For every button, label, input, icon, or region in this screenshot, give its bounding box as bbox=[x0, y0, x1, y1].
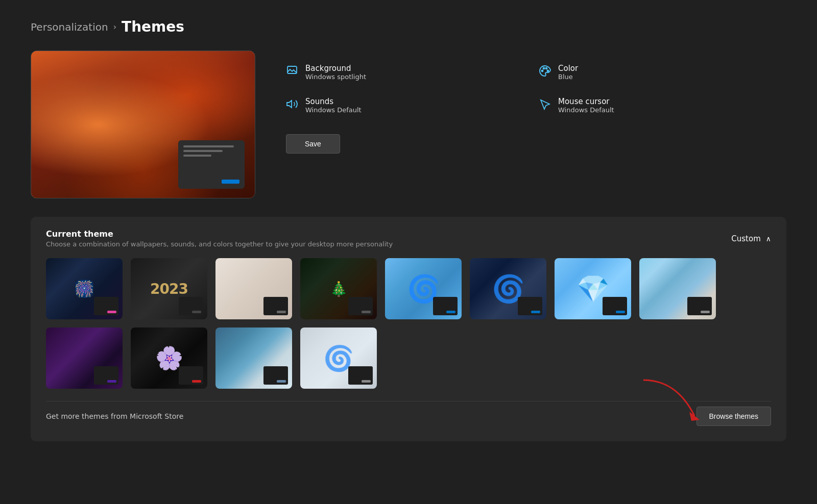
info-mouse: Mouse cursor Windows Default bbox=[534, 89, 786, 122]
theme-overlay bbox=[94, 366, 118, 385]
breadcrumb: Personalization › Themes bbox=[31, 18, 786, 35]
theme-card-win11-light[interactable]: 💎 bbox=[555, 258, 631, 319]
color-label: Color bbox=[558, 64, 578, 73]
theme-card-fireworks[interactable]: 🎆 bbox=[46, 258, 123, 319]
preview-window-button bbox=[222, 180, 239, 184]
svg-point-1 bbox=[542, 70, 543, 72]
theme-overlay bbox=[263, 297, 288, 315]
current-theme-panel: Current theme Choose a combination of wa… bbox=[31, 217, 786, 441]
sounds-value: Windows Default bbox=[305, 106, 362, 114]
theme-overlay-button bbox=[277, 311, 286, 313]
theme-card-minimal[interactable] bbox=[215, 258, 292, 319]
save-button[interactable]: Save bbox=[286, 134, 340, 154]
top-section: Background Windows spotlight bbox=[31, 51, 786, 198]
preview-line-1 bbox=[183, 145, 234, 147]
preview-line-2 bbox=[183, 150, 223, 152]
theme-overlay-button bbox=[446, 311, 455, 313]
info-panel: Background Windows spotlight bbox=[281, 51, 786, 154]
mouse-label: Mouse cursor bbox=[558, 97, 614, 106]
sounds-label: Sounds bbox=[305, 97, 362, 106]
theme-overlay-button bbox=[277, 380, 286, 383]
theme-overlay-button bbox=[107, 380, 116, 383]
theme-card-win11-dark[interactable]: 🌀 bbox=[470, 258, 546, 319]
browse-themes-button[interactable]: Browse themes bbox=[696, 407, 771, 426]
current-theme-label: Custom bbox=[731, 234, 760, 243]
theme-card-win11-white[interactable]: 🌀 bbox=[300, 327, 377, 389]
background-text: Background Windows spotlight bbox=[305, 64, 366, 81]
theme-overlay bbox=[179, 297, 203, 315]
info-sounds: Sounds Windows Default bbox=[281, 89, 534, 122]
breadcrumb-parent[interactable]: Personalization bbox=[31, 21, 108, 33]
sounds-icon bbox=[286, 98, 298, 113]
info-background: Background Windows spotlight bbox=[281, 56, 534, 89]
svg-point-4 bbox=[547, 70, 549, 72]
theme-card-landscape[interactable] bbox=[639, 258, 716, 319]
theme-card-christmas[interactable]: 🎄 bbox=[300, 258, 377, 319]
theme-overlay bbox=[179, 366, 203, 385]
theme-card-flower[interactable]: 🌸 bbox=[131, 327, 207, 389]
panel-title-group: Current theme Choose a combination of wa… bbox=[46, 229, 393, 248]
page-title: Themes bbox=[122, 18, 184, 35]
preview-window bbox=[178, 140, 245, 189]
sounds-text: Sounds Windows Default bbox=[305, 97, 362, 114]
theme-overlay-button bbox=[362, 380, 371, 383]
theme-grid: 🎆 2023 🎄 🌀 bbox=[46, 258, 771, 389]
background-value: Windows spotlight bbox=[305, 73, 366, 81]
svg-rect-0 bbox=[287, 66, 297, 73]
arrow-indicator bbox=[638, 375, 700, 421]
mouse-icon bbox=[539, 98, 551, 113]
svg-marker-5 bbox=[287, 100, 292, 108]
theme-overlay-button bbox=[192, 311, 201, 313]
store-text: Get more themes from Microsoft Store bbox=[46, 412, 183, 420]
theme-card-win11-blue[interactable]: 🌀 bbox=[385, 258, 462, 319]
panel-collapse-control[interactable]: Custom ∧ bbox=[731, 234, 771, 243]
color-icon bbox=[539, 65, 551, 80]
panel-title: Current theme bbox=[46, 229, 393, 239]
theme-overlay bbox=[603, 297, 627, 315]
theme-overlay bbox=[263, 366, 288, 385]
theme-overlay-button bbox=[192, 380, 201, 383]
info-grid: Background Windows spotlight bbox=[281, 56, 786, 122]
color-text: Color Blue bbox=[558, 64, 578, 81]
theme-overlay-button bbox=[616, 311, 625, 313]
panel-footer: Get more themes from Microsoft Store Bro… bbox=[46, 401, 771, 426]
background-label: Background bbox=[305, 64, 366, 73]
theme-overlay bbox=[348, 366, 373, 385]
info-color: Color Blue bbox=[534, 56, 786, 89]
chevron-up-icon: ∧ bbox=[766, 235, 771, 243]
theme-overlay bbox=[94, 297, 118, 315]
preview-line-3 bbox=[183, 155, 211, 157]
svg-point-3 bbox=[546, 68, 547, 69]
mouse-value: Windows Default bbox=[558, 106, 614, 114]
theme-overlay bbox=[518, 297, 542, 315]
svg-point-2 bbox=[543, 68, 545, 69]
theme-preview bbox=[31, 51, 255, 198]
background-icon bbox=[286, 65, 298, 80]
theme-card-year2023[interactable]: 2023 bbox=[131, 258, 207, 319]
panel-subtitle: Choose a combination of wallpapers, soun… bbox=[46, 240, 393, 248]
theme-overlay bbox=[687, 297, 712, 315]
svg-marker-6 bbox=[689, 412, 700, 421]
theme-overlay-button bbox=[362, 311, 371, 313]
panel-header: Current theme Choose a combination of wa… bbox=[46, 229, 771, 248]
color-value: Blue bbox=[558, 73, 578, 81]
mouse-text: Mouse cursor Windows Default bbox=[558, 97, 614, 114]
theme-overlay-button bbox=[531, 311, 540, 313]
theme-overlay bbox=[433, 297, 458, 315]
theme-card-purple[interactable] bbox=[46, 327, 123, 389]
theme-overlay bbox=[348, 297, 373, 315]
theme-card-ocean[interactable] bbox=[215, 327, 292, 389]
theme-overlay-button bbox=[107, 311, 116, 313]
breadcrumb-chevron: › bbox=[113, 22, 116, 32]
theme-overlay-button bbox=[701, 311, 710, 313]
